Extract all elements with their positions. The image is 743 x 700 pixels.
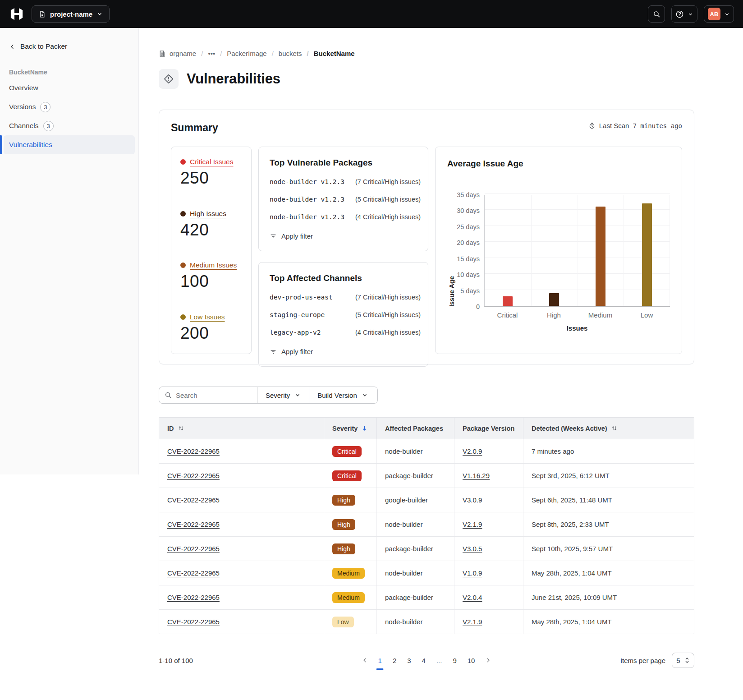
page-number-button[interactable]: 4	[418, 654, 429, 667]
version-link[interactable]: V2.0.4	[463, 594, 482, 601]
sidebar-nav: Overview Versions 3 Channels 3 Vulnerabi…	[4, 78, 135, 154]
column-header-affected-packages[interactable]: Affected Packages	[377, 418, 454, 439]
sidebar-item[interactable]: Versions 3	[4, 97, 135, 116]
vulnerabilities-table: ID Severity Affected Packages Package Ve…	[159, 417, 694, 634]
package-name: node-builder	[385, 447, 422, 455]
version-link[interactable]: V1.16.29	[463, 472, 490, 479]
cve-link[interactable]: CVE-2022-22965	[167, 496, 220, 504]
affected-packages-header-label: Affected Packages	[385, 425, 443, 432]
page-number-button[interactable]: 1	[375, 654, 385, 667]
cve-link[interactable]: CVE-2022-22965	[167, 472, 220, 479]
sidebar-item[interactable]: Overview	[4, 78, 135, 97]
affected-package-cell: package-builder	[377, 537, 454, 561]
stat-label-row: Low Issues	[180, 313, 242, 321]
apply-filter-button[interactable]: Apply filter	[270, 232, 313, 240]
page-number-button[interactable]: 10	[464, 654, 479, 667]
column-header-detected[interactable]: Detected (Weeks Active)	[523, 418, 694, 439]
affected-package-cell: node-builder	[377, 512, 454, 536]
package-version-cell: V2.1.9	[454, 610, 523, 634]
last-scan-value: 7 minutes ago	[633, 122, 682, 129]
sidebar-item[interactable]: Vulnerabilities	[4, 135, 135, 154]
severity-stat-link[interactable]: Medium Issues	[190, 261, 237, 269]
chevron-down-icon	[724, 11, 730, 17]
last-scan: Last Scan 7 minutes ago	[588, 122, 682, 129]
column-header-severity[interactable]: Severity	[324, 418, 377, 439]
apply-filter-label: Apply filter	[281, 348, 313, 355]
search-button[interactable]	[648, 5, 665, 23]
sidebar-item-label: Channels	[9, 122, 39, 130]
cve-link[interactable]: CVE-2022-22965	[167, 520, 220, 528]
search-input[interactable]	[176, 391, 243, 399]
cve-link[interactable]: CVE-2022-22965	[167, 545, 220, 553]
version-link[interactable]: V2.1.9	[463, 618, 482, 626]
breadcrumb-item[interactable]: PackerImage	[215, 50, 267, 57]
apply-filter-button[interactable]: Apply filter	[270, 348, 313, 355]
items-per-page-select[interactable]: 5	[672, 653, 694, 668]
top-affected-channels-list: dev-prod-us-east (7 Critical/High issues…	[270, 294, 417, 336]
column-header-package-version[interactable]: Package Version	[454, 418, 523, 439]
package-version-cell: V1.0.9	[454, 561, 523, 585]
y-axis-tick: 5 days	[460, 287, 480, 295]
cve-link[interactable]: CVE-2022-22965	[167, 618, 220, 626]
page-number-button[interactable]: 2	[389, 654, 400, 667]
package-name: node-builder v1.2.3	[270, 178, 355, 185]
breadcrumb-item[interactable]: BucketName	[302, 50, 355, 57]
version-link[interactable]: V2.1.9	[463, 520, 482, 528]
package-version-cell: V1.16.29	[454, 464, 523, 488]
back-to-packer-link[interactable]: Back to Packer	[4, 40, 135, 53]
account-menu-button[interactable]: AB	[704, 5, 734, 23]
severity-stat-link[interactable]: Low Issues	[190, 313, 225, 321]
version-link[interactable]: V3.0.5	[463, 545, 482, 553]
hashicorp-logo-icon[interactable]	[9, 6, 24, 22]
page-number-button[interactable]: 3	[404, 654, 414, 667]
severity-filter-dropdown[interactable]: Severity	[257, 387, 309, 403]
detected-value: June 21st, 2025, 10:09 UMT	[532, 594, 617, 601]
detected-cell: Sept 10th, 2025, 9:57 UMT	[523, 537, 694, 561]
breadcrumb-item[interactable]: •••	[196, 50, 215, 57]
version-link[interactable]: V3.0.9	[463, 496, 482, 504]
breadcrumb: orgname•••PackerImagebucketsBucketName	[159, 50, 694, 57]
search-icon	[653, 10, 660, 18]
help-menu-button[interactable]	[671, 5, 697, 23]
detected-cell: Sept 3rd, 2025, 6:12 UMT	[523, 464, 694, 488]
breadcrumb-item[interactable]: buckets	[267, 50, 302, 57]
version-link[interactable]: V1.0.9	[463, 569, 482, 577]
previous-page-button[interactable]	[359, 654, 371, 666]
severity-stat-link[interactable]: Critical Issues	[190, 158, 233, 166]
sidebar-item[interactable]: Channels 3	[4, 116, 135, 135]
severity-badge: Low	[332, 617, 354, 627]
y-axis-tick: 35 days	[457, 191, 480, 198]
page-number-button[interactable]: 9	[449, 654, 460, 667]
bucket-name-label: BucketName	[4, 69, 135, 76]
y-axis-label: Issue Age	[447, 195, 456, 307]
cve-link[interactable]: CVE-2022-22965	[167, 447, 220, 455]
build-version-filter-dropdown[interactable]: Build Version	[309, 387, 376, 403]
breadcrumb-item[interactable]: orgname	[170, 50, 196, 57]
count-badge: 3	[40, 102, 50, 112]
top-affected-channels-card: Top Affected Channels dev-prod-us-east (…	[258, 262, 428, 367]
next-page-button[interactable]	[482, 654, 494, 666]
x-axis-category: High	[531, 311, 577, 319]
column-header-id[interactable]: ID	[159, 418, 324, 439]
document-icon	[38, 10, 46, 18]
cve-link[interactable]: CVE-2022-22965	[167, 594, 220, 601]
severity-badge: High	[332, 543, 355, 554]
chevron-left-icon	[9, 43, 16, 50]
package-name: node-builder	[385, 618, 422, 626]
version-link[interactable]: V2.0.9	[463, 447, 482, 455]
project-selector[interactable]: project-name	[32, 5, 110, 23]
x-axis-categories: CriticalHighMediumLow	[484, 311, 670, 319]
affected-package-cell: node-builder	[377, 561, 454, 585]
affected-package-cell: node-builder	[377, 439, 454, 463]
sidebar: Back to Packer BucketName Overview Versi…	[0, 28, 139, 474]
affected-package-cell: package-builder	[377, 585, 454, 609]
stat-label-row: Critical Issues	[180, 158, 242, 166]
detected-cell: Sept 6th, 2025, 11:48 UMT	[523, 488, 694, 512]
y-axis-tick: 0	[476, 303, 480, 310]
page-title-row: Vulnerabilities	[159, 69, 694, 89]
cve-link[interactable]: CVE-2022-22965	[167, 569, 220, 577]
severity-stat-link[interactable]: High Issues	[190, 210, 226, 218]
sidebar-item-label: Vulnerabilities	[9, 141, 52, 149]
filter-icon	[270, 233, 277, 240]
spinner-icon	[684, 657, 690, 663]
